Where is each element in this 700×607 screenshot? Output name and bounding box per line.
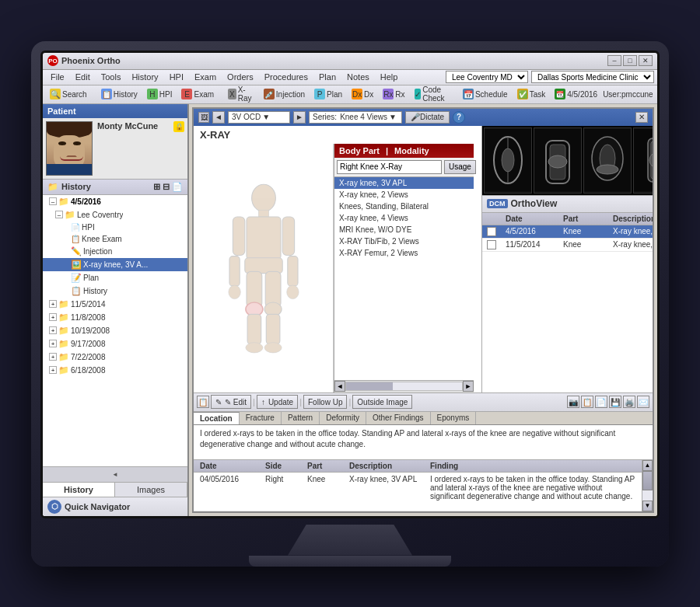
action-icon-b[interactable]: 📋: [581, 396, 593, 408]
toolbar-history[interactable]: 📋 History: [97, 86, 142, 102]
xray-prev-btn[interactable]: ◄: [212, 111, 225, 124]
modal-item-6[interactable]: X-RAY Tib/Fib, 2 Views: [334, 235, 474, 247]
xray-thumb-3[interactable]: [583, 127, 632, 194]
row-checkbox-1[interactable]: [487, 227, 496, 236]
help-button[interactable]: ?: [453, 111, 465, 124]
modal-item-4[interactable]: X-ray knee, 4 Views: [334, 212, 474, 224]
menu-hpi[interactable]: HPI: [165, 70, 188, 84]
followup-button[interactable]: Follow Up: [303, 395, 347, 409]
tab-history[interactable]: History: [43, 483, 115, 497]
dictate-button[interactable]: 🎤 Dictate: [405, 111, 450, 124]
menu-help[interactable]: Help: [376, 70, 403, 84]
expand-6[interactable]: +: [49, 340, 57, 347]
scroll-down-btn[interactable]: ▼: [642, 501, 653, 511]
usage-button[interactable]: Usage: [444, 160, 476, 174]
xray-close-button[interactable]: ✕: [635, 112, 648, 123]
tree-expand-icon[interactable]: ⊞: [153, 182, 160, 191]
tree-plan[interactable]: 📝 Plan: [43, 271, 187, 284]
toolbar-xray[interactable]: X X-Ray: [224, 86, 258, 102]
menu-plan[interactable]: Plan: [314, 70, 341, 84]
toolbar-plan[interactable]: P Plan: [310, 86, 346, 102]
toolbar-hpi[interactable]: H HPI: [143, 86, 177, 102]
modal-item-2[interactable]: X-ray knee, 2 Views: [334, 189, 474, 201]
tree-collapse-icon[interactable]: ⊟: [163, 182, 170, 191]
table-row-1[interactable]: 4/5/2016 Knee X-ray knee, 3V APL: [482, 225, 653, 239]
tree-hpi[interactable]: 📄 HPI: [43, 222, 187, 233]
scroll-up-btn[interactable]: ▲: [642, 460, 653, 471]
findings-tab-fracture[interactable]: Fracture: [240, 412, 282, 424]
xray-title-dropdown[interactable]: 3V OCD ▼: [228, 111, 290, 124]
action-icon-d[interactable]: 💾: [609, 396, 621, 408]
xray-next-btn[interactable]: ►: [293, 111, 306, 124]
tree-date-1[interactable]: – 📁 4/5/2016: [43, 195, 187, 208]
body-modal-input[interactable]: [337, 160, 442, 174]
modal-item-3[interactable]: Knees, Standing, Bilateral: [334, 201, 474, 212]
provider-select[interactable]: Lee Coventry MD: [446, 71, 528, 83]
tree-date-7[interactable]: + 📁 6/18/2008: [43, 364, 187, 377]
menu-history[interactable]: History: [127, 70, 163, 84]
toolbar-date[interactable]: 📆 4/5/2016: [551, 86, 601, 102]
findings-tab-location[interactable]: Location: [194, 412, 240, 424]
xray-thumb-4[interactable]: [633, 127, 653, 194]
findings-tab-eponyms[interactable]: Eponyms: [431, 412, 477, 424]
findings-tab-other[interactable]: Other Findings: [366, 412, 431, 424]
xray-thumb-2[interactable]: [534, 127, 582, 194]
tree-date-5[interactable]: + 📁 9/17/2008: [43, 337, 187, 351]
xray-thumb-1[interactable]: [484, 127, 532, 194]
tree-provider[interactable]: – 📁 Lee Coventry: [43, 208, 187, 222]
edit-button[interactable]: ✎ ✎ Edit: [211, 395, 251, 409]
toolbar-injection[interactable]: 💉 Injection: [260, 86, 309, 102]
minimize-button[interactable]: –: [607, 55, 621, 66]
menu-orders[interactable]: Orders: [222, 70, 258, 84]
expand-8[interactable]: +: [49, 366, 57, 374]
tree-date-6[interactable]: + 📁 7/22/2008: [43, 351, 187, 364]
menu-exam[interactable]: Exam: [190, 70, 221, 84]
menu-tools[interactable]: Tools: [96, 70, 126, 84]
toolbar-exam[interactable]: E Exam: [177, 86, 218, 102]
table-row-2[interactable]: 11/5/2014 Knee X-ray knee, 3V APL: [482, 239, 653, 252]
tree-date-3[interactable]: + 📁 11/8/2008: [43, 311, 187, 324]
quick-navigator[interactable]: ⬡ Quick Navigator: [43, 497, 187, 516]
toolbar-rx[interactable]: Rx Rx: [379, 86, 408, 102]
menu-edit[interactable]: Edit: [71, 70, 95, 84]
xray-series-dropdown[interactable]: Series: Knee 4 Views ▼: [309, 111, 402, 124]
tree-knee-exam[interactable]: 📋 Knee Exam: [43, 233, 187, 245]
action-icon-c[interactable]: 📄: [595, 396, 607, 408]
expand-5[interactable]: +: [49, 326, 57, 334]
menu-notes[interactable]: Notes: [342, 70, 374, 84]
scroll-left-btn[interactable]: ◄: [334, 381, 345, 392]
tab-images[interactable]: Images: [115, 483, 187, 497]
toolbar-schedule[interactable]: 📅 Schedule: [459, 86, 512, 102]
expand-2[interactable]: –: [55, 211, 63, 218]
expand-7[interactable]: +: [49, 353, 57, 361]
modal-item-1[interactable]: X-ray knee, 3V APL: [334, 177, 474, 189]
tree-pdf-icon[interactable]: 📄: [172, 182, 183, 191]
update-button[interactable]: ↑ Update: [257, 395, 298, 409]
tree-history-sub[interactable]: 📋 History: [43, 284, 187, 298]
modal-item-7[interactable]: X-RAY Femur, 2 Views: [334, 247, 474, 259]
toolbar-code-check[interactable]: ✓ Code Check: [411, 86, 453, 102]
tree-date-2[interactable]: + 📁 11/5/2014: [43, 298, 187, 311]
toolbar-dx[interactable]: Dx Dx: [348, 86, 377, 102]
clinic-select[interactable]: Dallas Sports Medicine Clinic: [531, 71, 654, 83]
action-icon-e[interactable]: 🖨️: [623, 396, 635, 408]
menu-procedures[interactable]: Procedures: [260, 70, 313, 84]
action-icon-a[interactable]: 📷: [567, 396, 579, 408]
findings-tab-pattern[interactable]: Pattern: [282, 412, 320, 424]
tree-injection[interactable]: ✏️ Injection: [43, 245, 187, 258]
outside-image-button[interactable]: Outside Image: [352, 395, 412, 409]
close-button[interactable]: ✕: [639, 55, 653, 66]
modal-item-5[interactable]: MRI Knee, W/O DYE: [334, 224, 474, 235]
bottom-row-1[interactable]: 04/05/2016 Right Knee X-ray knee, 3V APL…: [194, 473, 642, 511]
body-modal-scrollbar[interactable]: ◄ ►: [334, 380, 474, 392]
row-checkbox-2[interactable]: [487, 240, 496, 249]
findings-tab-deformity[interactable]: Deformity: [320, 412, 366, 424]
expand-1[interactable]: –: [49, 197, 57, 205]
tree-date-4[interactable]: + 📁 10/19/2008: [43, 324, 187, 337]
expand-3[interactable]: +: [49, 300, 57, 308]
menu-file[interactable]: File: [46, 70, 69, 84]
toolbar-task[interactable]: ✅ Task: [513, 86, 550, 102]
toolbar-search[interactable]: 🔍 Search: [46, 86, 91, 102]
action-icon-f[interactable]: ✉️: [637, 396, 649, 408]
tree-xray-selected[interactable]: 🖼️ X-ray knee, 3V A...: [43, 258, 187, 271]
